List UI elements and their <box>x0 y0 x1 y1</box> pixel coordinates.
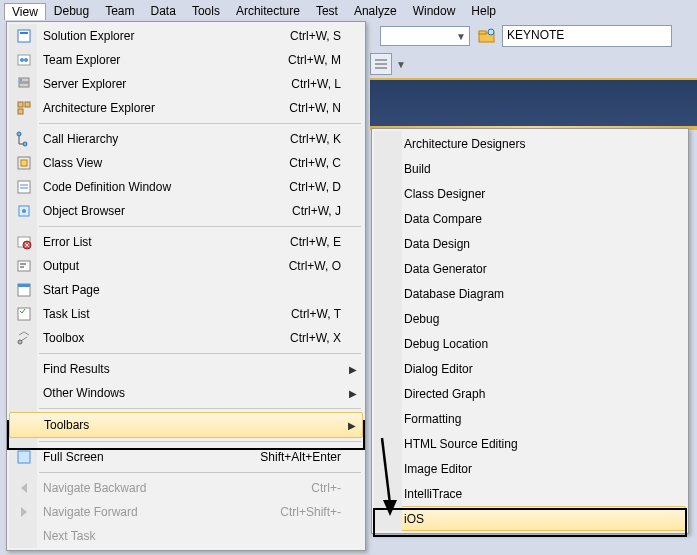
toolbars-item-dialog-editor[interactable]: Dialog Editor <box>374 356 686 381</box>
menubar-item-test[interactable]: Test <box>308 2 346 20</box>
code-definition-icon <box>16 179 32 195</box>
menu-item-other-windows[interactable]: Other Windows▶ <box>9 381 363 405</box>
toolbars-submenu: Architecture DesignersBuildClass Designe… <box>371 128 689 534</box>
menu-item-icon <box>11 282 37 298</box>
toolbars-item-directed-graph[interactable]: Directed Graph <box>374 381 686 406</box>
menu-item-icon <box>11 155 37 171</box>
toolbars-item-database-diagram[interactable]: Database Diagram <box>374 281 686 306</box>
toolbars-item-label: Image Editor <box>404 462 472 476</box>
menu-item-icon <box>11 52 37 68</box>
svg-rect-14 <box>18 102 23 107</box>
menu-item-class-view[interactable]: Class ViewCtrl+W, C <box>9 151 363 175</box>
toolbars-item-formatting[interactable]: Formatting <box>374 406 686 431</box>
menu-item-shortcut: Ctrl+W, S <box>290 29 359 43</box>
menu-item-object-browser[interactable]: Object BrowserCtrl+W, J <box>9 199 363 223</box>
toolbars-item-label: HTML Source Editing <box>404 437 518 451</box>
submenu-icon-strip <box>374 131 402 531</box>
start-page-banner <box>370 78 697 128</box>
toolbars-item-data-compare[interactable]: Data Compare <box>374 206 686 231</box>
menu-item-next-task: Next Task <box>9 524 363 548</box>
toolbars-item-data-design[interactable]: Data Design <box>374 231 686 256</box>
menu-item-code-definition-window[interactable]: Code Definition WindowCtrl+W, D <box>9 175 363 199</box>
menu-item-icon <box>11 100 37 116</box>
svg-point-9 <box>20 58 24 62</box>
menu-item-navigate-forward: Navigate ForwardCtrl+Shift+- <box>9 500 363 524</box>
menubar-item-window[interactable]: Window <box>405 2 464 20</box>
toolbars-item-architecture-designers[interactable]: Architecture Designers <box>374 131 686 156</box>
toolbars-item-label: IntelliTrace <box>404 487 462 501</box>
toolbars-item-label: Debug Location <box>404 337 488 351</box>
menu-item-icon <box>11 234 37 250</box>
folder-icon <box>478 28 496 44</box>
menu-item-shortcut: Ctrl+W, T <box>291 307 359 321</box>
class-view-icon <box>16 155 32 171</box>
toolbars-item-ios[interactable]: iOS <box>374 506 686 531</box>
menu-item-shortcut: Ctrl+W, K <box>290 132 359 146</box>
menu-item-shortcut: Ctrl+W, O <box>289 259 359 273</box>
menubar-item-view[interactable]: View <box>4 3 46 20</box>
platform-combo[interactable]: ▼ <box>380 26 470 46</box>
menu-item-task-list[interactable]: Task ListCtrl+W, T <box>9 302 363 326</box>
menubar-item-team[interactable]: Team <box>97 2 142 20</box>
menubar-item-architecture[interactable]: Architecture <box>228 2 308 20</box>
menu-item-shortcut: Ctrl+W, L <box>291 77 359 91</box>
menu-item-solution-explorer[interactable]: Solution ExplorerCtrl+W, S <box>9 24 363 48</box>
menu-item-label: Object Browser <box>37 204 292 218</box>
menu-item-full-screen[interactable]: Full ScreenShift+Alt+Enter <box>9 445 363 469</box>
toolbar-button-a[interactable] <box>370 53 392 75</box>
toolbars-item-image-editor[interactable]: Image Editor <box>374 456 686 481</box>
menu-item-team-explorer[interactable]: Team ExplorerCtrl+W, M <box>9 48 363 72</box>
menu-item-output[interactable]: OutputCtrl+W, O <box>9 254 363 278</box>
menubar-item-debug[interactable]: Debug <box>46 2 97 20</box>
output-icon <box>16 258 32 274</box>
menu-item-label: Architecture Explorer <box>37 101 289 115</box>
menubar-item-tools[interactable]: Tools <box>184 2 228 20</box>
lines-icon <box>374 58 388 70</box>
toolbars-item-label: Data Compare <box>404 212 482 226</box>
toolbars-item-label: Data Generator <box>404 262 487 276</box>
toolbars-item-html-source-editing[interactable]: HTML Source Editing <box>374 431 686 456</box>
menu-item-icon <box>11 28 37 44</box>
toolbars-item-label: Build <box>404 162 431 176</box>
menu-separator <box>39 441 361 442</box>
menu-item-icon <box>11 131 37 147</box>
toolbars-item-data-generator[interactable]: Data Generator <box>374 256 686 281</box>
menu-separator <box>39 353 361 354</box>
search-input[interactable]: KEYNOTE <box>502 25 672 47</box>
toolbars-item-label: Formatting <box>404 412 461 426</box>
menu-item-shortcut: Shift+Alt+Enter <box>260 450 359 464</box>
toolbars-item-label: Architecture Designers <box>404 137 525 151</box>
toolbars-item-debug-location[interactable]: Debug Location <box>374 331 686 356</box>
toolbars-item-intellitrace[interactable]: IntelliTrace <box>374 481 686 506</box>
open-folder-button[interactable] <box>476 25 498 47</box>
svg-point-13 <box>20 79 22 81</box>
solution-explorer-icon <box>16 28 32 44</box>
svg-rect-1 <box>479 31 486 34</box>
menubar-item-data[interactable]: Data <box>143 2 184 20</box>
menu-item-toolbox[interactable]: ToolboxCtrl+W, X <box>9 326 363 350</box>
menu-item-architecture-explorer[interactable]: Architecture ExplorerCtrl+W, N <box>9 96 363 120</box>
toolbars-item-class-designer[interactable]: Class Designer <box>374 181 686 206</box>
nav-back-icon <box>16 480 32 496</box>
menu-item-find-results[interactable]: Find Results▶ <box>9 357 363 381</box>
menu-item-label: Navigate Forward <box>37 505 280 519</box>
menu-item-label: Start Page <box>37 283 359 297</box>
menubar-item-help[interactable]: Help <box>463 2 504 20</box>
menu-item-error-list[interactable]: Error ListCtrl+W, E <box>9 230 363 254</box>
menu-item-label: Code Definition Window <box>37 180 289 194</box>
menu-item-label: Error List <box>37 235 290 249</box>
menu-item-toolbars[interactable]: Toolbars▶ <box>9 412 363 438</box>
submenu-arrow-icon: ▶ <box>348 420 356 431</box>
menubar-item-analyze[interactable]: Analyze <box>346 2 405 20</box>
menu-item-server-explorer[interactable]: Server ExplorerCtrl+W, L <box>9 72 363 96</box>
toolbars-item-debug[interactable]: Debug <box>374 306 686 331</box>
menu-separator <box>39 472 361 473</box>
architecture-explorer-icon <box>16 100 32 116</box>
menu-item-start-page[interactable]: Start Page <box>9 278 363 302</box>
menu-item-icon <box>11 76 37 92</box>
menu-separator <box>39 408 361 409</box>
submenu-arrow-icon: ▶ <box>349 388 357 399</box>
toolbars-item-build[interactable]: Build <box>374 156 686 181</box>
menu-item-shortcut: Ctrl+W, M <box>288 53 359 67</box>
menu-item-call-hierarchy[interactable]: Call HierarchyCtrl+W, K <box>9 127 363 151</box>
